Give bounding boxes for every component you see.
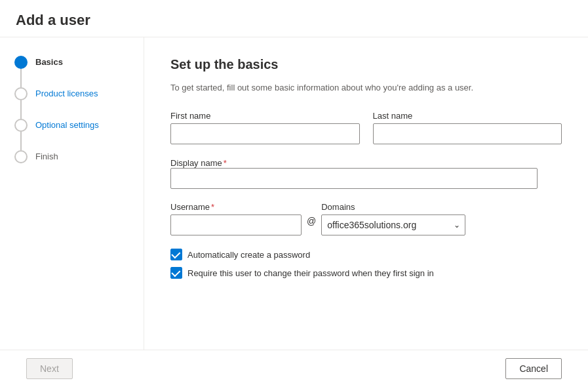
- step-basics-label: Basics: [35, 56, 63, 68]
- page-title: Add a user: [16, 12, 572, 29]
- display-name-required: *: [224, 158, 227, 168]
- auto-password-row: Automatically create a password: [170, 249, 562, 260]
- auto-password-label: Automatically create a password: [187, 250, 310, 260]
- auto-password-checkbox[interactable]: [170, 249, 182, 260]
- first-name-input[interactable]: [170, 123, 360, 144]
- require-change-row: Require this user to change their passwo…: [170, 267, 562, 279]
- name-row: First name Last name: [170, 111, 562, 144]
- domain-group: Domains office365solutions.org ⌄: [321, 202, 465, 235]
- display-name-input[interactable]: [170, 168, 538, 189]
- step-optional-settings-label: Optional settings: [35, 119, 99, 131]
- step-basics-connector: [13, 56, 29, 87]
- username-input[interactable]: [170, 214, 302, 235]
- main-layout: Basics Product licenses Optional setting…: [0, 37, 588, 384]
- display-name-group: Display name*: [170, 157, 538, 189]
- section-description: To get started, fill out some basic info…: [170, 83, 551, 92]
- step-product-licenses[interactable]: Product licenses: [13, 87, 130, 119]
- step-basics-line: [20, 69, 22, 87]
- require-change-label: Require this user to change their passwo…: [187, 268, 434, 278]
- username-required: *: [211, 202, 214, 212]
- username-domain-row: Username* @ Domains office365solutions.o…: [170, 202, 562, 235]
- step-product-licenses-label: Product licenses: [35, 87, 98, 100]
- last-name-label: Last name: [373, 111, 562, 121]
- step-product-licenses-connector: [13, 87, 29, 119]
- step-optional-settings-dot: [14, 119, 28, 132]
- step-basics: Basics: [13, 56, 130, 87]
- last-name-input[interactable]: [373, 123, 562, 144]
- at-sign: @: [302, 211, 321, 235]
- cancel-button[interactable]: Cancel: [505, 358, 562, 379]
- step-basics-dot: [14, 56, 28, 69]
- username-label: Username*: [170, 202, 302, 212]
- require-change-checkbox[interactable]: [170, 267, 182, 279]
- step-product-licenses-line: [20, 100, 22, 119]
- step-finish-label: Finish: [35, 150, 58, 163]
- step-finish-dot: [14, 150, 28, 163]
- main-content: Set up the basics To get started, fill o…: [144, 37, 588, 384]
- step-optional-settings-line: [20, 132, 22, 150]
- step-optional-settings[interactable]: Optional settings: [13, 119, 130, 150]
- last-name-group: Last name: [373, 111, 562, 144]
- first-name-label: First name: [170, 111, 360, 121]
- footer: Next Cancel: [0, 350, 588, 387]
- step-finish: Finish: [13, 150, 130, 163]
- step-finish-connector: [13, 150, 29, 163]
- domain-select-wrapper[interactable]: office365solutions.org ⌄: [321, 214, 465, 235]
- domain-select[interactable]: office365solutions.org: [321, 214, 465, 235]
- page-header: Add a user: [0, 0, 588, 37]
- first-name-group: First name: [170, 111, 360, 144]
- steps-wrapper: Basics Product licenses Optional setting…: [13, 56, 130, 163]
- display-name-label: Display name*: [170, 158, 227, 168]
- username-domain-inner: Username* @ Domains office365solutions.o…: [170, 202, 562, 235]
- stepper-sidebar: Basics Product licenses Optional setting…: [0, 37, 144, 384]
- step-optional-settings-connector: [13, 119, 29, 150]
- username-group: Username*: [170, 202, 302, 235]
- domains-label: Domains: [321, 202, 465, 212]
- section-title: Set up the basics: [170, 57, 562, 72]
- next-button[interactable]: Next: [26, 358, 73, 379]
- step-product-licenses-dot: [14, 87, 28, 100]
